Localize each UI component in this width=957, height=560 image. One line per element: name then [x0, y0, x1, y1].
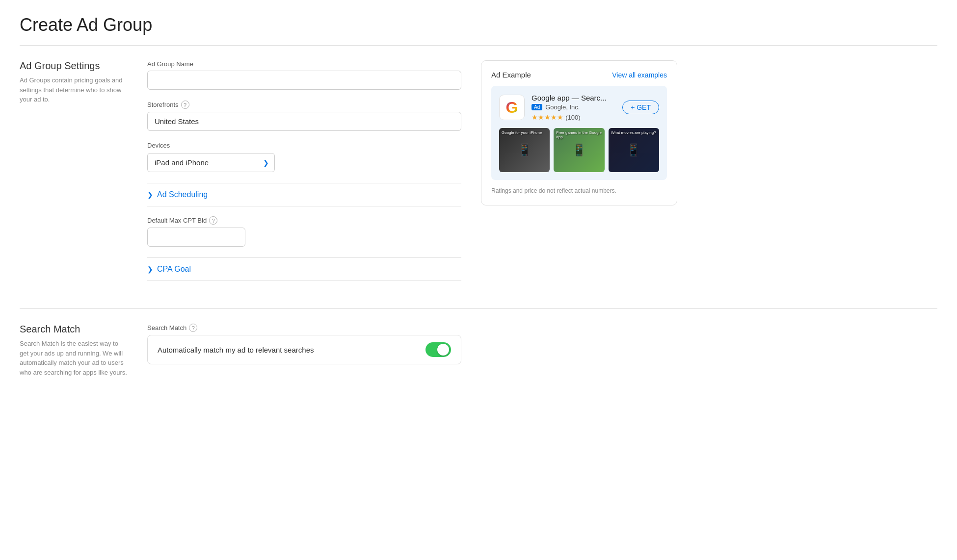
search-match-toggle[interactable]	[425, 342, 451, 357]
phone-icon-1: 📱	[517, 143, 532, 157]
ad-info: Google app — Searc... Ad Google, Inc. ★★…	[532, 94, 615, 121]
devices-select[interactable]: iPad and iPhone iPad only iPhone only	[147, 153, 275, 172]
devices-select-wrapper: iPad and iPhone iPad only iPhone only ❯	[147, 153, 275, 172]
ad-group-name-input[interactable]	[147, 71, 461, 90]
devices-label: Devices	[147, 142, 461, 149]
ad-company: Google, Inc.	[545, 103, 580, 111]
ad-badge-row: Ad Google, Inc.	[532, 103, 615, 111]
search-match-desc: Search Match is the easiest way to get y…	[20, 339, 128, 377]
cpa-goal-label: CPA Goal	[157, 265, 191, 274]
phone-icon-3: 📱	[626, 143, 641, 157]
search-match-field-label: Search Match ?	[147, 324, 461, 332]
ad-scheduling-row[interactable]: ❯ Ad Scheduling	[147, 183, 461, 206]
ad-rating-count: (100)	[565, 114, 580, 121]
ad-disclaimer: Ratings and price do not reflect actual …	[491, 187, 667, 195]
main-layout: Ad Group Settings Ad Groups contain pric…	[20, 60, 937, 289]
search-match-center: Search Match ? Automatically match my ad…	[147, 324, 461, 375]
search-match-layout: Search Match Search Match is the easiest…	[20, 324, 937, 377]
storefronts-help-icon[interactable]: ?	[181, 101, 189, 109]
google-logo-icon: G	[499, 95, 525, 120]
search-match-title: Search Match	[20, 324, 128, 335]
left-panel: Ad Group Settings Ad Groups contain pric…	[20, 60, 128, 104]
screenshot-3: What movies are playing? 📱	[609, 128, 659, 172]
search-match-help-icon[interactable]: ?	[189, 324, 197, 332]
ad-group-settings-desc: Ad Groups contain pricing goals and sett…	[20, 76, 128, 104]
ad-group-settings-title: Ad Group Settings	[20, 60, 128, 72]
cpt-bid-field: Default Max CPT Bid ?	[147, 216, 461, 247]
cpa-goal-row[interactable]: ❯ CPA Goal	[147, 257, 461, 281]
ad-rating-row: ★★★★★ (100)	[532, 113, 615, 121]
cpa-goal-chevron-icon: ❯	[147, 265, 153, 273]
storefronts-field: Storefronts ? United States	[147, 101, 461, 131]
search-match-toggle-label: Automatically match my ad to relevant se…	[158, 346, 314, 354]
ad-card-top: G Google app — Searc... Ad Google, Inc. …	[499, 94, 659, 121]
search-match-toggle-row: Automatically match my ad to relevant se…	[147, 335, 461, 364]
section-divider	[20, 45, 937, 46]
ad-example-title: Ad Example	[491, 71, 531, 79]
search-match-left: Search Match Search Match is the easiest…	[20, 324, 128, 377]
toggle-thumb	[437, 344, 449, 356]
screenshot-1: Google for your iPhone 📱	[499, 128, 550, 172]
ad-app-name: Google app — Searc...	[532, 94, 615, 102]
ad-card: G Google app — Searc... Ad Google, Inc. …	[491, 86, 667, 180]
storefronts-value: United States	[147, 112, 461, 131]
ad-example-header: Ad Example View all examples	[491, 71, 667, 79]
phone-icon-2: 📱	[572, 143, 586, 157]
screenshot-2: Free games in the Google app 📱	[554, 128, 604, 172]
cpt-bid-help-icon[interactable]: ?	[209, 216, 217, 225]
right-panel: Ad Example View all examples G Google ap…	[481, 60, 677, 205]
toggle-track	[425, 342, 451, 357]
cpt-bid-label: Default Max CPT Bid ?	[147, 216, 461, 225]
ad-group-name-label: Ad Group Name	[147, 60, 461, 68]
storefronts-label: Storefronts ?	[147, 101, 461, 109]
ad-scheduling-label: Ad Scheduling	[157, 190, 208, 199]
ad-scheduling-chevron-icon: ❯	[147, 191, 153, 199]
ad-example-panel: Ad Example View all examples G Google ap…	[481, 60, 677, 205]
search-match-section: Search Match Search Match is the easiest…	[20, 308, 937, 377]
page-container: Create Ad Group Ad Group Settings Ad Gro…	[0, 0, 957, 392]
page-title: Create Ad Group	[20, 15, 937, 35]
view-all-examples-link[interactable]: View all examples	[612, 71, 667, 79]
ad-badge: Ad	[532, 104, 542, 110]
cpt-bid-input[interactable]	[147, 228, 245, 247]
ad-group-name-field: Ad Group Name	[147, 60, 461, 90]
search-match-field: Search Match ? Automatically match my ad…	[147, 324, 461, 364]
devices-field: Devices iPad and iPhone iPad only iPhone…	[147, 142, 461, 172]
ad-screenshots: Google for your iPhone 📱 Free games in t…	[499, 128, 659, 172]
ad-stars-icon: ★★★★★	[532, 113, 563, 121]
center-panel: Ad Group Name Storefronts ? United State…	[147, 60, 461, 289]
get-button[interactable]: + GET	[622, 101, 659, 114]
